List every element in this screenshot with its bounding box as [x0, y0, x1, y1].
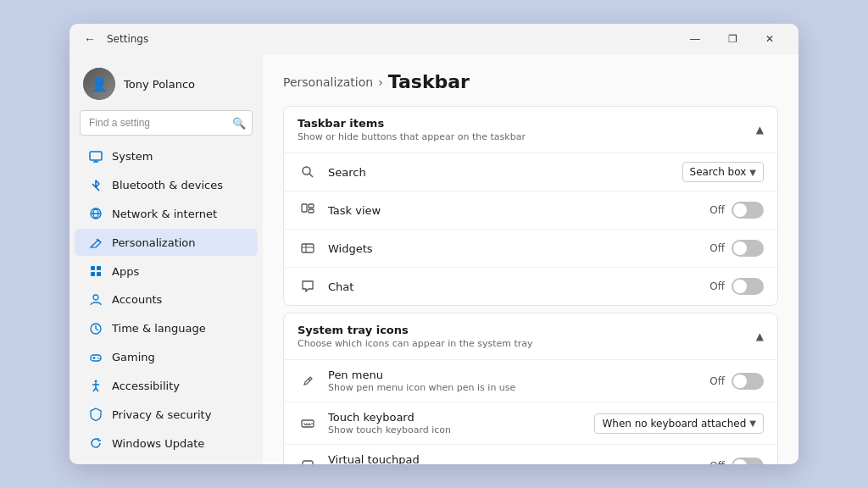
- task-view-info: Task view: [328, 204, 696, 217]
- virtual-touchpad-icon: [298, 456, 318, 465]
- chat-toggle-label: Off: [706, 280, 725, 292]
- back-button[interactable]: ←: [80, 29, 100, 49]
- system-tray-header[interactable]: System tray icons Choose which icons can…: [284, 313, 777, 360]
- sidebar-item-accessibility[interactable]: Accessibility: [75, 373, 258, 400]
- chat-info: Chat: [328, 280, 696, 293]
- widgets-control: Off: [706, 240, 764, 257]
- sidebar-item-label: System: [112, 150, 153, 163]
- touch-keyboard-control: When no keyboard attached ▼: [594, 413, 764, 434]
- sidebar-item-apps[interactable]: Apps: [75, 258, 258, 285]
- task-view-name: Task view: [328, 204, 696, 217]
- virtual-touchpad-name: Virtual touchpad: [328, 453, 696, 464]
- svg-rect-26: [309, 209, 314, 213]
- svg-line-21: [96, 388, 98, 391]
- widgets-icon: [298, 238, 318, 258]
- touch-keyboard-icon: [298, 413, 318, 434]
- avatar-image: 👤: [83, 68, 115, 100]
- search-dropdown-value: Search box: [690, 166, 747, 178]
- username: Tony Polanco: [124, 78, 195, 91]
- pen-menu-row: Pen menu Show pen menu icon when pen is …: [284, 360, 777, 402]
- task-view-toggle-label: Off: [706, 204, 725, 216]
- task-view-row: Task view Off: [284, 191, 777, 230]
- svg-rect-6: [91, 266, 95, 270]
- search-dropdown[interactable]: Search box ▼: [682, 162, 764, 182]
- sidebar-item-personalization[interactable]: Personalization: [75, 229, 258, 256]
- svg-line-23: [309, 174, 313, 177]
- section-title: System tray icons: [298, 324, 533, 336]
- apps-icon: [88, 263, 103, 279]
- svg-rect-37: [303, 461, 313, 465]
- sidebar-item-privacy[interactable]: Privacy & security: [75, 401, 258, 428]
- taskbar-items-body: Search Search box ▼: [284, 153, 777, 305]
- svg-point-15: [97, 357, 98, 358]
- sidebar-item-time[interactable]: Time & language: [75, 315, 258, 342]
- sidebar-item-label: Accessibility: [112, 380, 180, 392]
- virtual-touchpad-toggle[interactable]: [732, 458, 764, 465]
- sidebar-item-system[interactable]: System: [75, 143, 258, 170]
- pen-menu-toggle[interactable]: [732, 373, 764, 390]
- search-input[interactable]: [80, 110, 253, 136]
- virtual-touchpad-row: Virtual touchpad Always show virtual tou…: [284, 445, 777, 464]
- pen-menu-desc: Show pen menu icon when pen is in use: [328, 382, 696, 393]
- widgets-row: Widgets Off: [284, 230, 777, 268]
- maximize-button[interactable]: ❐: [714, 25, 751, 53]
- chat-control: Off: [706, 278, 764, 295]
- search-icon: 🔍: [232, 117, 246, 130]
- search-setting-name: Search: [328, 166, 672, 179]
- svg-rect-25: [309, 204, 314, 208]
- task-view-control: Off: [706, 202, 764, 219]
- main-content: Personalization › Taskbar Taskbar items …: [263, 54, 798, 464]
- widgets-toggle[interactable]: [732, 240, 764, 257]
- sidebar-item-label: Time & language: [112, 322, 206, 335]
- task-view-toggle[interactable]: [732, 202, 764, 219]
- svg-rect-27: [302, 244, 314, 252]
- svg-point-16: [98, 358, 99, 358]
- sidebar-item-accounts[interactable]: Accounts: [75, 286, 258, 313]
- svg-rect-12: [91, 355, 101, 361]
- close-button[interactable]: ✕: [751, 25, 788, 53]
- sidebar-item-network[interactable]: Network & internet: [75, 201, 258, 228]
- sidebar-item-bluetooth[interactable]: Bluetooth & devices: [75, 172, 258, 199]
- sidebar-item-label: Windows Update: [112, 437, 204, 450]
- page-title: Taskbar: [388, 71, 470, 92]
- search-setting-info: Search: [328, 166, 672, 179]
- section-title: Taskbar items: [298, 117, 526, 130]
- user-section: 👤 Tony Polanco: [70, 61, 263, 110]
- dropdown-chevron-icon: ▼: [749, 419, 756, 428]
- system-icon: [88, 149, 103, 164]
- avatar: 👤: [83, 68, 115, 100]
- section-subtitle: Choose which icons can appear in the sys…: [298, 338, 533, 349]
- touch-keyboard-row: Touch keyboard Show touch keyboard icon …: [284, 402, 777, 445]
- sidebar-search[interactable]: 🔍: [80, 110, 253, 136]
- chat-toggle[interactable]: [732, 278, 764, 295]
- sidebar-item-gaming[interactable]: Gaming: [75, 344, 258, 371]
- search-setting-control: Search box ▼: [682, 162, 764, 182]
- section-subtitle: Show or hide buttons that appear on the …: [298, 131, 526, 142]
- svg-rect-9: [97, 272, 101, 276]
- svg-rect-24: [302, 204, 307, 212]
- touch-keyboard-name: Touch keyboard: [328, 411, 584, 424]
- touch-keyboard-dropdown[interactable]: When no keyboard attached ▼: [594, 413, 764, 434]
- titlebar-title: Settings: [107, 33, 148, 45]
- network-icon: [88, 207, 103, 222]
- sidebar-item-update[interactable]: Windows Update: [75, 430, 258, 457]
- touch-keyboard-info: Touch keyboard Show touch keyboard icon: [328, 411, 584, 435]
- personalization-icon: [88, 235, 103, 250]
- chat-icon: [298, 276, 318, 297]
- chat-row: Chat Off: [284, 268, 777, 305]
- svg-rect-0: [90, 152, 102, 160]
- pen-menu-toggle-label: Off: [706, 375, 725, 387]
- widgets-info: Widgets: [328, 242, 696, 255]
- taskbar-items-header[interactable]: Taskbar items Show or hide buttons that …: [284, 107, 777, 153]
- breadcrumb-parent: Personalization: [283, 75, 373, 89]
- titlebar-controls: — ❐ ✕: [676, 25, 788, 53]
- sidebar: 👤 Tony Polanco 🔍 System Bluetooth & devi…: [70, 54, 263, 464]
- chevron-up-icon: ▲: [756, 124, 764, 136]
- sidebar-item-label: Apps: [112, 265, 139, 278]
- touch-keyboard-desc: Show touch keyboard icon: [328, 424, 584, 435]
- svg-point-22: [303, 167, 310, 175]
- minimize-button[interactable]: —: [676, 25, 714, 53]
- section-header-text: Taskbar items Show or hide buttons that …: [298, 117, 526, 142]
- sidebar-item-label: Accounts: [112, 293, 162, 306]
- virtual-touchpad-info: Virtual touchpad Always show virtual tou…: [328, 453, 696, 464]
